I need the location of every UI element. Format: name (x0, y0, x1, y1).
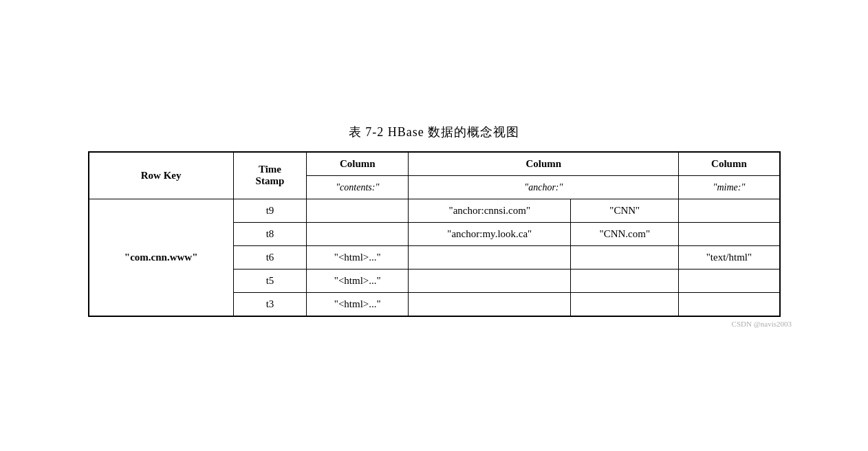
cell-contents: "<html>..." (307, 269, 409, 292)
watermark: CSDN @navis2003 (732, 320, 792, 328)
cell-mime (679, 199, 780, 222)
header-row-key: Row Key (89, 152, 234, 199)
cell-anchor2: "CNN.com" (571, 222, 679, 245)
header-mime-sub: "mime:" (679, 175, 780, 199)
header-contents-main: Column (307, 152, 409, 176)
cell-anchor1: "anchor:cnnsi.com" (409, 199, 571, 222)
page-container: 表 7-2 HBase 数据的概念视图 Row Key Time Stamp C… (56, 110, 812, 342)
table-row: "com.cnn.www"t9"anchor:cnnsi.com""CNN" (89, 199, 780, 222)
cell-timestamp: t9 (233, 199, 306, 222)
cell-anchor2 (571, 292, 679, 316)
header-mime-main: Column (679, 152, 780, 176)
header-anchor-sub: "anchor:" (409, 175, 679, 199)
cell-anchor1: "anchor:my.look.ca" (409, 222, 571, 245)
cell-contents (307, 199, 409, 222)
hbase-table: Row Key Time Stamp Column Column Column (88, 151, 781, 317)
cell-contents: "<html>..." (307, 245, 409, 269)
cell-anchor1 (409, 269, 571, 292)
cell-anchor1 (409, 292, 571, 316)
cell-contents (307, 222, 409, 245)
cell-anchor1 (409, 245, 571, 269)
header-timestamp: Time Stamp (233, 152, 306, 199)
cell-anchor2: "CNN" (571, 199, 679, 222)
cell-mime (679, 222, 780, 245)
header-contents-sub: "contents:" (307, 175, 409, 199)
row-key-value: "com.cnn.www" (89, 199, 234, 316)
cell-mime: "text/html" (679, 245, 780, 269)
header-anchor-main: Column (409, 152, 679, 176)
cell-anchor2 (571, 269, 679, 292)
cell-timestamp: t5 (233, 269, 306, 292)
cell-mime (679, 292, 780, 316)
cell-timestamp: t3 (233, 292, 306, 316)
cell-timestamp: t6 (233, 245, 306, 269)
cell-contents: "<html>..." (307, 292, 409, 316)
cell-timestamp: t8 (233, 222, 306, 245)
cell-mime (679, 269, 780, 292)
cell-anchor2 (571, 245, 679, 269)
table-title: 表 7-2 HBase 数据的概念视图 (349, 124, 519, 140)
